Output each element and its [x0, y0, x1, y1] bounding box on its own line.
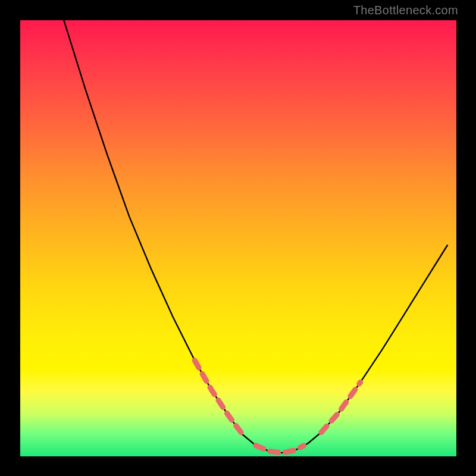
curve-svg	[20, 20, 456, 456]
watermark-text: TheBottleneck.com	[353, 4, 458, 17]
dashed-overlay-group	[195, 361, 361, 453]
dashed-segment-2	[321, 382, 361, 432]
dashed-segment-0	[195, 361, 243, 435]
chart-frame: TheBottleneck.com	[0, 0, 476, 476]
plot-area	[20, 20, 456, 456]
bottleneck-curve	[64, 20, 447, 453]
